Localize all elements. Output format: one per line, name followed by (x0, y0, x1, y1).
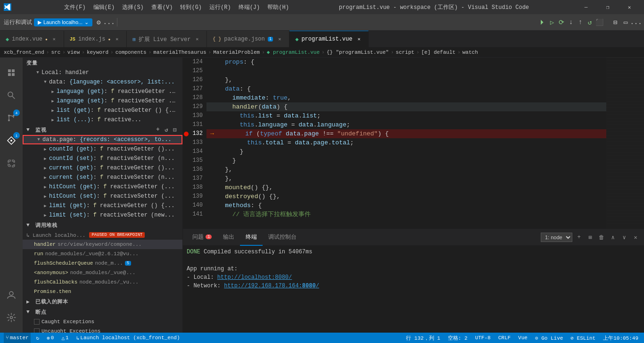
activity-search[interactable] (0, 84, 23, 107)
tree-limit-set[interactable]: ▶ limit (set): f reactiveSetter (new... (23, 210, 182, 220)
watch-refresh-icon[interactable]: ↺ (163, 126, 170, 134)
tree-countid-set[interactable]: ▶ countId (set): f reactiveSetter (n... (23, 154, 182, 163)
tree-countid-get[interactable]: ▶ countId (get): f reactiveGetter ()... (23, 144, 182, 154)
menu-view[interactable]: 查看(V) (148, 0, 177, 14)
callstack-run[interactable]: run node_modules/_vue@2.6.12@vu... (23, 249, 182, 259)
tab-debug-console[interactable]: 调试控制台 (263, 229, 302, 246)
debug-restart-icon[interactable]: ⟳ (557, 18, 566, 26)
breadcrumb-script2[interactable]: script (396, 50, 414, 55)
settings-icon[interactable]: ⚙ (94, 18, 103, 26)
debug-stop-icon[interactable]: ⬛ (595, 18, 603, 26)
menu-select[interactable]: 选择(S) (118, 0, 148, 14)
trash-icon[interactable]: 🗑 (597, 233, 606, 242)
debug-continue-icon[interactable]: ↺ (586, 18, 594, 26)
tree-language-get[interactable]: ▶ language (get): f reactiveGetter ... (23, 87, 182, 96)
tree-current-get[interactable]: ▶ current (get): f reactiveGetter ()... (23, 163, 182, 173)
tab-index-js[interactable]: JS index.js ● ✕ (64, 31, 127, 47)
debug-step-over-icon[interactable]: ↓ (567, 18, 575, 26)
split-terminal-icon[interactable]: ⊞ (586, 233, 595, 242)
status-spaces[interactable]: 空格: 2 (446, 333, 470, 343)
tab-close-icon[interactable]: ✕ (113, 35, 121, 43)
breadcrumb-script[interactable]: {} "programList.vue" (327, 50, 389, 55)
maximize-button[interactable]: ❐ (597, 0, 619, 14)
tree-hitcount-get[interactable]: ▶ hitCount (get): f reactiveGetter (... (23, 182, 182, 192)
status-git[interactable]: ⑂ master (4, 333, 31, 343)
watch-add-icon[interactable]: + (154, 126, 162, 134)
status-eslint[interactable]: ⊘ ESLint (569, 333, 597, 343)
breadcrumb-components[interactable]: components (116, 50, 147, 55)
close-button[interactable]: ✕ (619, 0, 640, 14)
breadcrumb-materialthesaurus[interactable]: materialThesaurus (153, 50, 206, 55)
menu-edit[interactable]: 编辑(E) (90, 0, 119, 14)
activity-git[interactable]: 4 (0, 107, 23, 129)
callstack-anonymous[interactable]: <anonymous> node_modules/_vue@... (23, 268, 182, 277)
panel-close-icon[interactable]: ✕ (631, 233, 640, 242)
watch-header[interactable]: ▼ 监视 + ↺ ⊟ (23, 125, 182, 135)
tab-programlist-vue[interactable]: ◆ programList.vue ✕ (289, 31, 369, 47)
status-language[interactable]: Vue (516, 333, 529, 343)
sidebar-scroll[interactable]: 变量 ▼ Local: handler ▼ data: {language: <… (23, 58, 182, 333)
new-terminal-icon[interactable]: + (574, 233, 584, 242)
menu-file[interactable]: 文件(F) (60, 0, 90, 14)
activity-settings[interactable] (0, 306, 23, 329)
breadcrumb-xcb[interactable]: xcb_front_end (4, 50, 44, 55)
watch-collapse-icon[interactable]: ⊟ (171, 126, 179, 134)
tab-output[interactable]: 输出 (217, 229, 240, 246)
tab-live-server[interactable]: ⊞ 扩展 Live Server ✕ (127, 31, 207, 47)
status-position[interactable]: 行 132，列 1 (404, 333, 442, 343)
tree-language-set[interactable]: ▶ language (set): f reactiveSetter ... (23, 96, 182, 106)
breadcrumb-watch[interactable]: watch (462, 50, 478, 55)
tab-close-icon[interactable]: ✕ (276, 35, 283, 43)
tab-problems[interactable]: 问题 1 (187, 229, 217, 246)
callstack-promise[interactable]: Promise.then (23, 287, 182, 296)
debug-step-into-icon[interactable]: ⏵ (538, 18, 547, 26)
menu-help[interactable]: 帮助(H) (264, 0, 293, 14)
callstack-flushcallbacks[interactable]: flushCallbacks node_modules/_vu... (23, 277, 182, 287)
customize-layout-icon[interactable]: ⊟ (611, 18, 619, 26)
status-launch[interactable]: ↳ Launch localhost (xcb_front_end) (74, 333, 182, 343)
code-content[interactable]: props: { }, data: { (206, 58, 606, 229)
callstack-handler[interactable]: handler src/view/keyword/compone... (23, 240, 182, 249)
tree-limit-get[interactable]: ▶ limit (get): f reactiveGetter () {... (23, 201, 182, 210)
tab-close-icon[interactable]: ✕ (50, 35, 58, 43)
breadcrumb-default[interactable]: [e] default (421, 50, 456, 55)
tab-close-icon[interactable]: ✕ (193, 35, 201, 43)
breadcrumb-src[interactable]: src (51, 50, 60, 55)
callstack-flushscheduler[interactable]: flushSchedulerQueue node_m... 5 (23, 259, 182, 268)
toggle-panel-icon[interactable]: ▭ (621, 18, 630, 26)
activity-account[interactable] (0, 284, 23, 306)
tree-list-get[interactable]: ▶ list (get): f reactiveGetter () {... (23, 106, 182, 115)
activity-extensions[interactable] (0, 152, 23, 175)
caught-exceptions-entry[interactable]: Caught Exceptions (23, 317, 182, 326)
status-sync[interactable]: ↻ (34, 333, 41, 343)
menu-terminal[interactable]: 终端(J) (235, 0, 264, 14)
breadcrumb-view[interactable]: view (67, 50, 80, 55)
variables-header[interactable]: 变量 (23, 58, 182, 68)
menu-goto[interactable]: 转到(G) (176, 0, 206, 14)
term-local-url[interactable]: http://localhost:8080/ (217, 274, 292, 281)
menu-run[interactable]: 运行(R) (206, 0, 235, 14)
tree-list-set[interactable]: ▶ list (...): f reactive... (23, 115, 182, 125)
status-line-ending[interactable]: CRLF (496, 333, 512, 343)
status-errors[interactable]: ⊗ 0 (45, 333, 56, 343)
tab-package-json[interactable]: { } package.json 1 ✕ (207, 31, 289, 47)
tab-terminal[interactable]: 终端 (240, 229, 263, 246)
activity-debug[interactable]: 1 (0, 129, 23, 152)
breakpoints-header[interactable]: ▼ 断点 (23, 307, 182, 317)
panel-up-icon[interactable]: ∧ (608, 233, 618, 242)
breadcrumb-materialproblem[interactable]: MaterialProblem (213, 50, 260, 55)
loaded-scripts-header[interactable]: ▶ 已载入的脚本 (23, 296, 182, 307)
activity-explorer[interactable] (0, 61, 23, 84)
panel-down-icon[interactable]: ∨ (619, 233, 629, 242)
tree-data-obj[interactable]: ▼ data: {language: <accessor>, list:... (23, 77, 182, 87)
status-warnings[interactable]: △ 1 (59, 333, 70, 343)
breadcrumb-programlist[interactable]: ◆ programList.vue (267, 49, 320, 55)
status-encoding[interactable]: UTF-8 (473, 333, 493, 343)
debug-start-icon[interactable]: ▷ (548, 18, 556, 26)
breadcrumb-keyword[interactable]: keyword (87, 50, 108, 55)
launch-button[interactable]: ▶ Launch localho... ⌄ (34, 18, 92, 26)
caught-checkbox[interactable] (34, 319, 40, 325)
terminal-select[interactable]: 1: node (541, 233, 572, 242)
tab-close-icon[interactable]: ✕ (355, 35, 363, 43)
tree-local-handler[interactable]: ▼ Local: handler (23, 68, 182, 77)
